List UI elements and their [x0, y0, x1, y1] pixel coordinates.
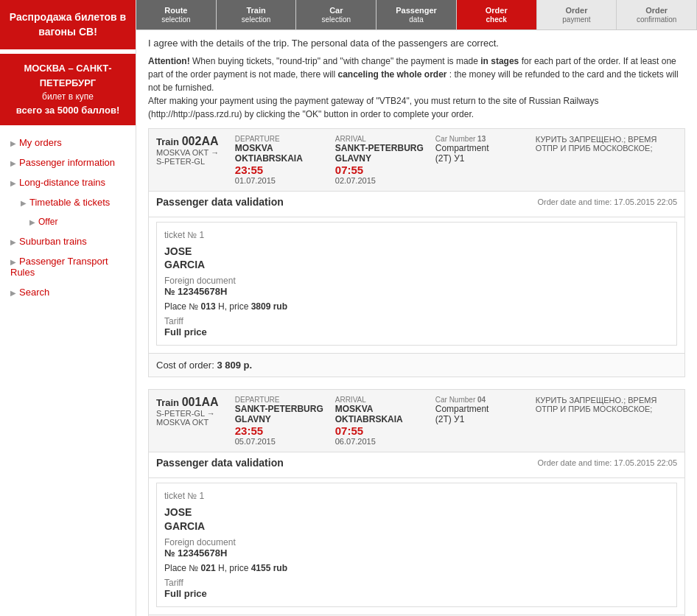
order2-ticket: ticket № 1 JOSE GARCIA Foreign document … [156, 483, 677, 606]
promo-bottom: МОСКВА – САНКТ-ПЕТЕРБУРГ билет в купе вс… [0, 54, 136, 125]
prog-step-order-confirm: Order confirmation [617, 0, 697, 29]
order2-train-info: Train 001AA S-PETER-GL → MOSKVA OKT Depa… [149, 390, 684, 452]
order2-validation-header: Passenger data validation Order date and… [149, 452, 684, 473]
prog-step-order-check: Order check [457, 0, 537, 29]
order2-departure: Departure SANKT-PETERBURG GLAVNY 23:55 0… [235, 396, 323, 446]
order2-place-info: Place № 021 H, price 4155 rub [164, 563, 669, 573]
sidebar-item-passenger-info[interactable]: ▶Passenger information [0, 153, 136, 172]
promo-top: Распродажа билетов в вагоны СВ! [0, 0, 136, 49]
attention-box: Attention! When buying tickets, "round-t… [148, 55, 685, 121]
order2-train-number: Train 001AA S-PETER-GL → MOSKVA OKT [156, 396, 223, 427]
sidebar-item-long-distance[interactable]: ▶Long-distance trains [0, 172, 136, 192]
main-content: Route selection Train selection Car sele… [136, 0, 697, 616]
sidebar-item-timetable[interactable]: ▶Timetable & tickets [0, 192, 136, 212]
prog-step-route: Route selection [136, 0, 217, 29]
order1-train-number: Train 002AA MOSKVA OKT → S-PETER-GL [156, 135, 223, 166]
order2-car-info: Car Number 04 Compartment (2T) У1 [435, 396, 524, 424]
order1-car-info: Car Number 13 Compartment (2T) У1 [435, 135, 524, 164]
order1-place-info: Place № 013 H, price 3809 rub [164, 301, 669, 312]
prog-step-car: Car selection [296, 0, 376, 29]
sidebar-item-my-orders[interactable]: ▶My orders [0, 133, 136, 153]
order1-train-block: Train 002AA MOSKVA OKT → S-PETER-GL Depa… [148, 128, 685, 377]
sidebar-item-transport-rules[interactable]: ▶Passenger Transport Rules [0, 251, 136, 282]
prog-step-train: Train selection [217, 0, 297, 29]
order1-train-info: Train 002AA MOSKVA OKT → S-PETER-GL Depa… [149, 129, 684, 192]
order2-restrictions: КУРИТЬ ЗАПРЕЩЕНО.; ВРЕМЯ ОТПР И ПРИБ МОС… [536, 396, 677, 413]
prog-step-passenger: Passenger data [376, 0, 457, 29]
prog-step-order-payment: Order payment [537, 0, 617, 29]
sidebar-item-offer[interactable]: ▶Offer [0, 212, 136, 231]
agree-text: I agree with the details of the trip. Th… [148, 38, 685, 49]
order1-ticket: ticket № 1 JOSE GARCIA Foreign document … [156, 222, 677, 346]
order1-cost: Cost of order: 3 809 p. [149, 353, 684, 377]
order1-arrival: Arrival SANKT-PETERBURG GLAVNY 07:55 02.… [335, 135, 424, 185]
sidebar-nav: ▶My orders ▶Passenger information ▶Long-… [0, 125, 136, 309]
sidebar-item-suburban[interactable]: ▶Suburban trains [0, 231, 136, 251]
order2-arrival: Arrival MOSKVA OKTIABRSKAIA 07:55 06.07.… [335, 396, 424, 446]
order1-departure: Departure MOSKVA OKTIABRSKAIA 23:55 01.0… [235, 135, 323, 185]
order1-restrictions: КУРИТЬ ЗАПРЕЩЕНО.; ВРЕМЯ ОТПР И ПРИБ МОС… [536, 135, 677, 153]
progress-bar: Route selection Train selection Car sele… [136, 0, 697, 30]
sidebar: Распродажа билетов в вагоны СВ! МОСКВА –… [0, 0, 136, 616]
sidebar-item-search[interactable]: ▶Search [0, 282, 136, 302]
order1-validation-header: Passenger data validation Order date and… [149, 192, 684, 212]
order2-train-block: Train 001AA S-PETER-GL → MOSKVA OKT Depa… [148, 389, 685, 616]
